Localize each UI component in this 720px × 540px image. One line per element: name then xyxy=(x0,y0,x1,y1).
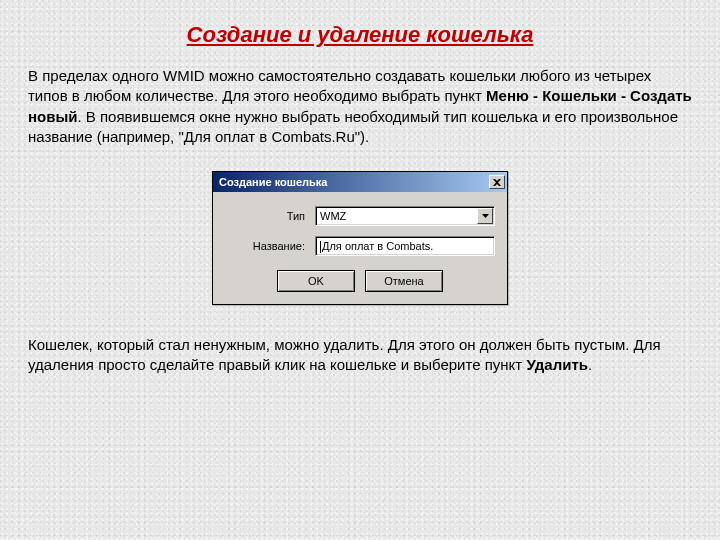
name-input[interactable]: Для оплат в Combats. xyxy=(315,236,495,256)
dialog-buttons: OK Отмена xyxy=(225,270,495,292)
intro-text-2: . В появившемся окне нужно выбрать необх… xyxy=(28,108,678,145)
outro-paragraph: Кошелек, который стал ненужным, можно уд… xyxy=(28,335,692,376)
ok-button[interactable]: OK xyxy=(277,270,355,292)
dialog-body: Тип WMZ Название: Для оплат в Combats. xyxy=(213,192,507,304)
type-label: Тип xyxy=(225,210,315,222)
text-caret xyxy=(320,241,321,253)
type-select[interactable]: WMZ xyxy=(315,206,495,226)
type-value: WMZ xyxy=(316,207,476,225)
outro-delete: Удалить xyxy=(526,356,588,373)
name-label: Название: xyxy=(225,240,315,252)
type-row: Тип WMZ xyxy=(225,206,495,226)
type-dropdown-button[interactable] xyxy=(477,208,493,224)
close-icon xyxy=(493,179,501,186)
intro-paragraph: В пределах одного WMID можно самостоятел… xyxy=(28,66,692,147)
name-row: Название: Для оплат в Combats. xyxy=(225,236,495,256)
chevron-down-icon xyxy=(482,214,489,218)
close-button[interactable] xyxy=(489,175,505,189)
page-title: Создание и удаление кошелька xyxy=(28,22,692,48)
cancel-button[interactable]: Отмена xyxy=(365,270,443,292)
name-value: Для оплат в Combats. xyxy=(322,240,433,252)
dialog-titlebar[interactable]: Создание кошелька xyxy=(213,172,507,192)
outro-text-2: . xyxy=(588,356,592,373)
create-wallet-dialog: Создание кошелька Тип WMZ xyxy=(212,171,508,305)
dialog-title: Создание кошелька xyxy=(219,176,327,188)
